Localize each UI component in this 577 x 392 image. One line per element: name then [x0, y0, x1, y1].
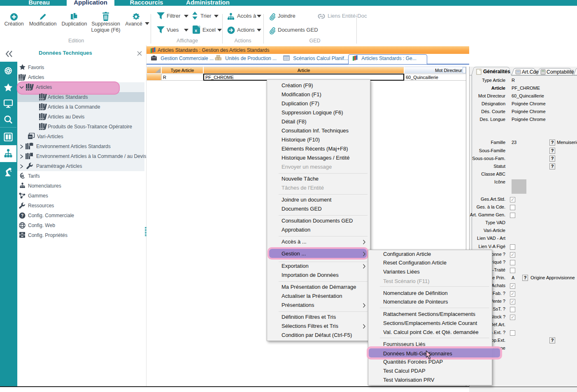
svg-text:x: x: [195, 28, 198, 33]
svg-text:?: ?: [21, 213, 23, 218]
